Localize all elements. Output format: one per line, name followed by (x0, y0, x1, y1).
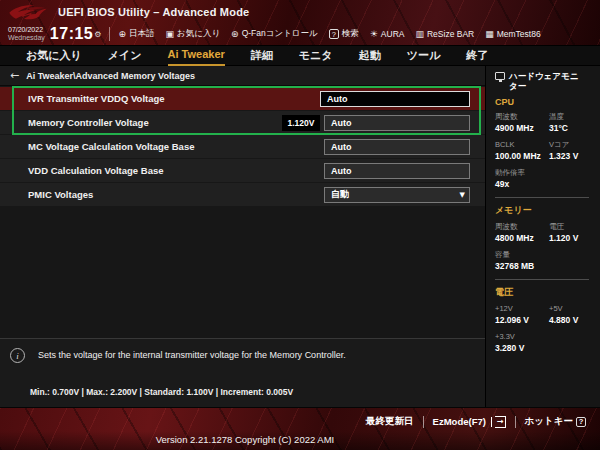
favorites-label: お気に入り (177, 28, 220, 40)
setting-row-ivr-transmitter-vddq[interactable]: IVR Transmitter VDDQ Voltage Auto (0, 87, 485, 110)
qfan-control-button[interactable]: ⊛ Q-Fanコントロール (231, 28, 318, 40)
v12-value: 12.096 V (495, 315, 549, 325)
resize-bar-icon: ▥ (415, 29, 424, 39)
cpu-section-title: CPU (495, 97, 600, 107)
memtest-chip-icon: ▦ (485, 29, 494, 39)
divider (423, 416, 424, 428)
menu-tab-main[interactable]: メイン (108, 46, 142, 65)
help-text: Sets the voltage for the internal transm… (38, 348, 346, 363)
breadcrumb: Ai Tweaker\Advanced Memory Voltages (26, 71, 195, 81)
ezmode-arrow-icon: → (495, 416, 506, 428)
last-update-label: 最終更新日 (366, 415, 414, 428)
resize-bar-label: ReSize BAR (427, 29, 474, 39)
search-label: 検索 (342, 28, 359, 40)
menu-tab-advanced[interactable]: 詳細 (251, 46, 273, 65)
mem-freq-label: 周波数 (495, 222, 549, 231)
v5-value: 4.880 V (549, 315, 600, 325)
cpu-temp-label: 温度 (549, 112, 600, 121)
memory-section-title: メモリー (495, 204, 600, 217)
favorites-icon: ▣ (165, 29, 174, 39)
last-update-button[interactable]: 最終更新日 (366, 415, 414, 428)
current-voltage-badge: 1.120V (282, 115, 320, 131)
setting-value-dropdown[interactable]: 自動 ▼ (324, 187, 470, 203)
hotkey-button[interactable]: ホットキー ? (525, 415, 586, 428)
language-button[interactable]: ⊕ 日本語 (118, 28, 154, 40)
divider (109, 27, 110, 41)
voltage-section-title: 電圧 (495, 286, 600, 299)
memtest-label: MemTest86 (497, 29, 541, 39)
setting-row-pmic-voltages[interactable]: PMIC Voltages 自動 ▼ (0, 183, 485, 206)
datetime[interactable]: 07/20/2022 Wednesday 17:15 ⚙ (8, 25, 101, 43)
v5-label: +5V (549, 304, 600, 313)
setting-value-input[interactable]: Auto (324, 115, 470, 131)
menu-tab-tool[interactable]: ツール (407, 46, 441, 65)
favorites-button[interactable]: ▣ お気に入り (165, 28, 220, 40)
date: 07/20/2022 (8, 26, 45, 34)
v33-value: 3.280 V (495, 343, 549, 353)
setting-label: MC Voltage Calculation Voltage Base (28, 141, 194, 152)
value-limits: Min.: 0.700V | Max.: 2.200V | Standard: … (30, 387, 293, 397)
language-label: 日本語 (129, 28, 155, 40)
hotkey-help-icon: ? (576, 417, 586, 427)
fan-icon: ⊛ (231, 29, 239, 39)
menu-tab-favorites[interactable]: お気に入り (26, 46, 82, 65)
aura-button[interactable]: ☀ AURA (370, 29, 405, 39)
setting-row-vdd-calc-base[interactable]: VDD Calculation Voltage Base Auto (0, 159, 485, 182)
mem-volt-label: 電圧 (549, 222, 600, 231)
back-arrow-icon[interactable]: ← (10, 69, 19, 82)
aura-led-icon: ☀ (370, 29, 378, 39)
setting-value-input[interactable]: Auto (324, 139, 470, 155)
cpu-temp-value: 31°C (549, 123, 600, 133)
time-settings-gear-icon[interactable]: ⚙ (94, 30, 101, 39)
dropdown-selected-value: 自動 (331, 188, 349, 201)
mem-freq-value: 4800 MHz (495, 233, 549, 243)
menu-tab-boot[interactable]: 起動 (359, 46, 381, 65)
info-icon: i (10, 348, 25, 363)
chevron-down-icon: ▼ (460, 191, 465, 199)
setting-row-mc-voltage-calc-base[interactable]: MC Voltage Calculation Voltage Base Auto (0, 135, 485, 158)
clock: 17:15 (50, 25, 93, 43)
menu-tab-exit[interactable]: 終了 (466, 46, 488, 65)
v12-label: +12V (495, 304, 549, 313)
menu-tab-ai-tweaker[interactable]: Ai Tweaker (168, 45, 225, 66)
setting-row-memory-controller-voltage[interactable]: Memory Controller Voltage 1.120V Auto (0, 111, 485, 134)
ratio-label: 動作倍率 (495, 168, 549, 177)
setting-label: IVR Transmitter VDDQ Voltage (28, 93, 165, 104)
footer-bar: 最終更新日 EzMode(F7) → ホットキー ? Version 2.21.… (0, 407, 600, 450)
ratio-value: 49x (495, 179, 549, 189)
settings-list: IVR Transmitter VDDQ Voltage Auto Memory… (0, 86, 485, 207)
hotkey-label: ホットキー (525, 415, 573, 428)
aura-label: AURA (381, 29, 405, 39)
divider (495, 197, 589, 198)
cpu-freq-value: 4900 MHz (495, 123, 549, 133)
app-title: UEFI BIOS Utility – Advanced Mode (58, 6, 249, 18)
ezmode-button[interactable]: EzMode(F7) → (433, 416, 506, 428)
hardware-monitor-panel: ハードウェアモニター CPU 周波数4900 MHz 温度31°C BCLK10… (485, 66, 600, 407)
setting-label: Memory Controller Voltage (28, 117, 149, 128)
divider (495, 279, 589, 280)
memtest86-button[interactable]: ▦ MemTest86 (485, 29, 540, 39)
top-banner: UEFI BIOS Utility – Advanced Mode 07/20/… (0, 0, 600, 46)
vcore-value: 1.323 V (549, 151, 600, 161)
resize-bar-button[interactable]: ▥ ReSize BAR (415, 29, 474, 39)
v33-label: +3.3V (495, 332, 549, 341)
search-button[interactable]: ? 検索 (329, 28, 359, 40)
help-panel: i Sets the voltage for the internal tran… (0, 338, 485, 407)
qfan-label: Q-Fanコントロール (242, 28, 318, 40)
vcore-label: Vコア (549, 140, 600, 149)
menu-tab-monitor[interactable]: モニタ (299, 46, 333, 65)
divider (515, 416, 516, 428)
hardware-monitor-title: ハードウェアモニター (509, 71, 587, 91)
setting-value-input[interactable]: Auto (324, 163, 470, 179)
weekday: Wednesday (8, 34, 45, 42)
search-icon: ? (329, 29, 339, 39)
ezmode-exit-icon (491, 417, 492, 427)
bclk-label: BCLK (495, 140, 549, 149)
rog-logo-icon (8, 3, 48, 21)
setting-value-input[interactable]: Auto (320, 91, 470, 107)
mem-cap-label: 容量 (495, 250, 549, 259)
mem-volt-value: 1.120 V (549, 233, 600, 243)
hardware-monitor-icon (495, 72, 505, 80)
mem-cap-value: 32768 MB (495, 261, 549, 271)
menu-bar: お気に入り メイン Ai Tweaker 詳細 モニタ 起動 ツール 終了 (0, 46, 600, 66)
